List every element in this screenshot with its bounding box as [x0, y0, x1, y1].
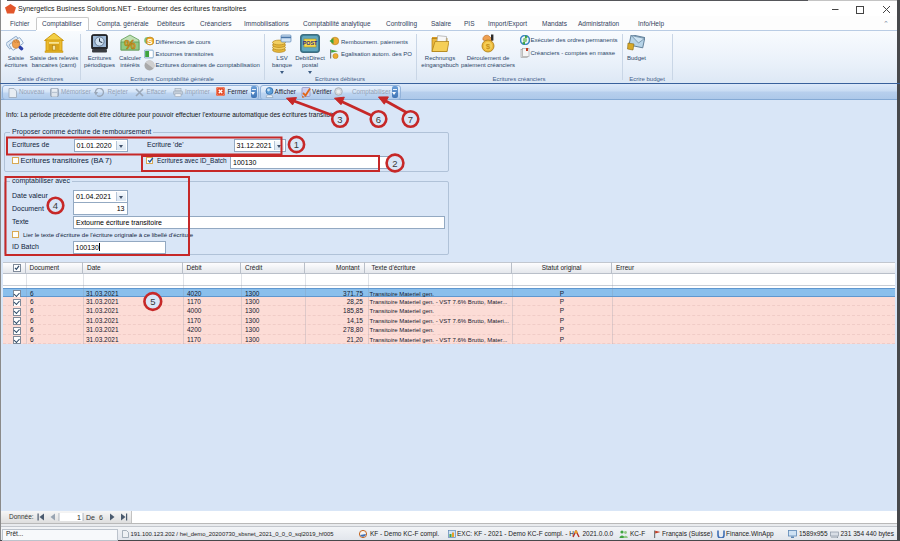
svg-text:2: 2 — [392, 158, 397, 169]
svg-text:1: 1 — [294, 139, 299, 150]
svg-text:4: 4 — [53, 200, 58, 211]
svg-text:5: 5 — [150, 296, 155, 307]
svg-text:6: 6 — [376, 114, 381, 125]
svg-text:7: 7 — [408, 114, 413, 125]
svg-text:3: 3 — [337, 114, 342, 125]
